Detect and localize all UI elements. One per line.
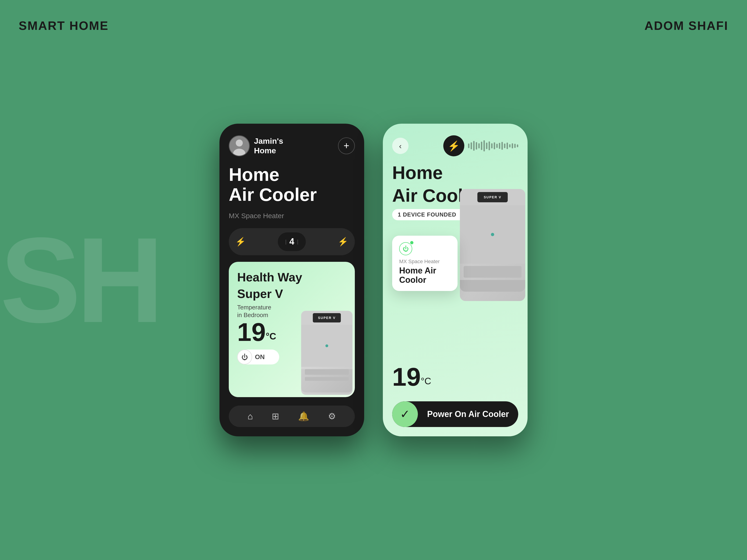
dark-header: Jamin's Home + [229, 135, 355, 156]
ac-unit-light: SUPER V [460, 189, 527, 301]
phones-container: Jamin's Home + Home Air Cooler MX Space … [220, 124, 527, 436]
light-temp-display: 19°C [392, 364, 431, 390]
slider-bar-right: | [297, 239, 299, 245]
power-icon: ⏻ [241, 353, 248, 361]
svg-point-1 [236, 139, 243, 146]
avatar-section: Jamin's Home [229, 135, 283, 156]
brand-right: ADOM SHAFI [645, 19, 728, 33]
slider-value: 4 [289, 237, 294, 247]
light-header: ‹ ⚡ [392, 135, 518, 156]
device-card-subtitle: MX Space Heater [399, 259, 450, 265]
power-on-circle: ✓ [392, 401, 418, 427]
nav-bell-icon[interactable]: 🔔 [298, 411, 309, 421]
check-icon: ✓ [400, 407, 410, 421]
main-card: Health Way Super V Temperature in Bedroo… [229, 262, 355, 397]
card-title: Health Way Super V [237, 271, 346, 300]
nav-settings-icon[interactable]: ⚙ [328, 411, 336, 421]
brand-left: SMART HOME [19, 19, 108, 33]
phone-dark: Jamin's Home + Home Air Cooler MX Space … [220, 124, 364, 436]
waveform-container: ⚡ [443, 135, 518, 156]
on-label: ON [252, 353, 265, 361]
slider-knob[interactable]: | 4 | [278, 232, 306, 251]
add-button[interactable]: + [338, 137, 355, 154]
power-button-circle: ⏻ [237, 349, 252, 365]
bolt-icon: ⚡ [448, 140, 460, 152]
user-name: Jamin's Home [254, 136, 283, 155]
bolt-left-icon: ⚡ [235, 237, 246, 247]
dark-subtitle: MX Space Heater [229, 212, 355, 220]
bolt-right-icon: ⚡ [338, 237, 348, 247]
bolt-waveform-icon: ⚡ [443, 135, 464, 156]
power-on-text: Power On Air Cooler [418, 409, 518, 419]
avatar [229, 135, 250, 156]
watermark: SH [0, 219, 159, 341]
back-button[interactable]: ‹ [392, 138, 409, 154]
ac-unit-dark: SUPER V [294, 311, 355, 397]
phone-light: ‹ ⚡ [383, 124, 527, 436]
nav-apps-icon[interactable]: ⊞ [272, 411, 279, 421]
dark-title: Home Air Cooler [229, 165, 355, 205]
device-card-title: Home Air Coolor [399, 266, 450, 285]
slider-control[interactable]: ⚡ | 4 | ⚡ [229, 228, 355, 255]
power-toggle[interactable]: ⏻ ON [237, 349, 279, 365]
slider-bar-left: | [285, 239, 287, 245]
bottom-nav: ⌂ ⊞ 🔔 ⚙ [229, 405, 355, 427]
nav-home-icon[interactable]: ⌂ [248, 411, 253, 421]
waveform-bars [468, 140, 518, 152]
power-on-button[interactable]: ✓ Power On Air Cooler [392, 401, 518, 427]
active-dot [409, 240, 414, 245]
device-card: ⏻ MX Space Heater Home Air Coolor [392, 236, 458, 291]
